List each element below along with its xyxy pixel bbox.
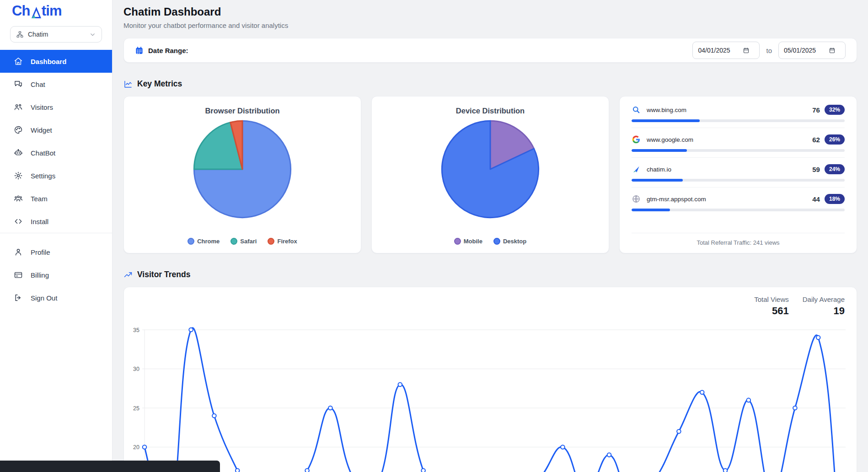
install-icon xyxy=(14,217,23,226)
referral-progress xyxy=(632,119,845,122)
sidebar-item-visitors[interactable]: Visitors xyxy=(0,96,112,118)
legend-swatch xyxy=(493,238,500,245)
legend-swatch xyxy=(188,238,194,245)
browser-pie-chart[interactable] xyxy=(191,118,294,220)
sidebar-item-chat[interactable]: Chat xyxy=(0,73,112,96)
logo-triangle-icon xyxy=(31,6,41,18)
settings-icon xyxy=(14,171,23,180)
legend-item-mobile[interactable]: Mobile xyxy=(454,238,482,245)
sidebar-item-label: Sign Out xyxy=(31,294,57,302)
end-date-input[interactable]: 05/01/2025 xyxy=(778,42,846,59)
date-range-label: Date Range: xyxy=(148,47,188,54)
referral-row: www.google.com6226% xyxy=(632,128,845,158)
trending-up-icon xyxy=(123,270,133,279)
referral-domain[interactable]: www.google.com xyxy=(647,136,693,143)
logo-text-post: tim xyxy=(42,3,62,19)
daily-average-value: 19 xyxy=(803,305,845,317)
sidebar-item-label: Widget xyxy=(31,126,52,134)
line-chart-icon xyxy=(123,80,133,89)
chatim-logo: Ch tim xyxy=(12,3,112,19)
bing-icon xyxy=(632,105,641,114)
referral-traffic-card: www.bing.com7632%www.google.com6226%chat… xyxy=(619,96,857,253)
visitor-trends-chart[interactable]: 35302520 xyxy=(124,287,857,472)
chatim-icon xyxy=(632,165,641,174)
home-icon xyxy=(14,57,23,66)
legend-item-desktop[interactable]: Desktop xyxy=(493,238,526,245)
sidebar-item-settings[interactable]: Settings xyxy=(0,164,112,187)
svg-text:35: 35 xyxy=(133,327,139,333)
widget-icon xyxy=(14,125,23,134)
globe-icon xyxy=(632,194,641,204)
sidebar-item-label: Profile xyxy=(31,248,50,256)
sidebar-item-label: Chat xyxy=(31,80,45,88)
referral-total: Total Referral Traffic: 241 views xyxy=(632,233,845,253)
visitor-trends-title: Visitor Trends xyxy=(137,270,190,279)
sidebar-item-team[interactable]: Team xyxy=(0,187,112,210)
referral-percent-badge: 24% xyxy=(825,164,845,174)
sidebar-item-sign-out[interactable]: Sign Out xyxy=(0,286,112,309)
referral-rows: www.bing.com7632%www.google.com6226%chat… xyxy=(632,98,845,217)
sidebar-item-label: ChatBot xyxy=(31,149,55,157)
referral-count: 62 xyxy=(812,136,820,144)
legend-item-safari[interactable]: Safari xyxy=(230,238,257,245)
device-pie-chart[interactable] xyxy=(439,118,541,220)
referral-row: chatim.io5924% xyxy=(632,158,845,188)
referral-domain[interactable]: www.bing.com xyxy=(647,107,686,113)
referral-domain[interactable]: gtm-msr.appspot.com xyxy=(647,196,706,203)
page-subtitle: Monitor your chatbot performance and vis… xyxy=(123,21,857,29)
browser-distribution-card: Browser Distribution ChromeSafariFirefox xyxy=(123,96,361,253)
referral-percent-badge: 26% xyxy=(825,134,845,145)
referral-row: www.bing.com7632% xyxy=(632,98,845,128)
sidebar-item-label: Install xyxy=(31,218,48,225)
visitor-trends-card: Total Views 561 Daily Average 19 3530252… xyxy=(123,287,857,472)
main-content: Chatim Dashboard Monitor your chatbot pe… xyxy=(113,5,868,472)
sidebar-item-label: Billing xyxy=(31,271,49,279)
sidebar-item-chatbot[interactable]: ChatBot xyxy=(0,141,112,164)
svg-text:25: 25 xyxy=(133,405,139,412)
legend-label: Desktop xyxy=(503,238,526,245)
billing-icon xyxy=(14,270,23,279)
device-pie-title: Device Distribution xyxy=(456,107,525,115)
legend-label: Safari xyxy=(240,238,257,245)
referral-progress xyxy=(632,149,845,152)
key-metrics-title: Key Metrics xyxy=(137,79,182,89)
team-icon xyxy=(14,194,23,203)
visitor-trends-header: Visitor Trends xyxy=(123,270,857,279)
sidebar-item-dashboard[interactable]: Dashboard xyxy=(0,50,112,73)
date-range-bar: Date Range: 04/01/2025 to 05/01/2025 xyxy=(123,38,857,63)
sidebar-item-widget[interactable]: Widget xyxy=(0,118,112,141)
sidebar: Ch tim Chatim DashboardChatVisitorsWidge… xyxy=(0,0,113,472)
referral-progress xyxy=(632,209,845,211)
signout-icon xyxy=(14,293,23,302)
workspace-switcher[interactable]: Chatim xyxy=(10,26,102,43)
chevron-down-icon xyxy=(89,31,96,38)
sidebar-item-label: Team xyxy=(31,195,48,203)
end-date-value: 05/01/2025 xyxy=(784,47,816,54)
device-pie-legend: MobileDesktop xyxy=(454,238,526,245)
sidebar-item-billing[interactable]: Billing xyxy=(0,263,112,286)
legend-item-chrome[interactable]: Chrome xyxy=(188,238,220,245)
sidebar-item-label: Settings xyxy=(31,172,55,180)
trend-stats: Total Views 561 Daily Average 19 xyxy=(754,295,845,317)
status-tooltip xyxy=(0,461,220,472)
legend-swatch xyxy=(230,238,237,245)
visitors-icon xyxy=(14,102,23,112)
workspace-label: Chatim xyxy=(28,31,48,38)
sidebar-footer-nav: ProfileBillingSign Out xyxy=(0,241,112,309)
sidebar-item-install[interactable]: Install xyxy=(0,210,112,233)
legend-label: Mobile xyxy=(464,238,482,245)
legend-item-firefox[interactable]: Firefox xyxy=(268,238,297,245)
sitemap-icon xyxy=(16,31,24,38)
referral-row: gtm-msr.appspot.com4418% xyxy=(632,188,845,217)
start-date-value: 04/01/2025 xyxy=(698,47,730,54)
date-separator: to xyxy=(766,47,772,54)
start-date-input[interactable]: 04/01/2025 xyxy=(692,42,760,59)
sidebar-item-label: Visitors xyxy=(31,103,53,111)
logo-text-pre: Ch xyxy=(12,3,30,19)
svg-text:30: 30 xyxy=(133,366,139,372)
calendar-glyph-icon xyxy=(743,47,750,54)
calendar-icon xyxy=(135,46,144,55)
referral-percent-badge: 32% xyxy=(825,105,845,115)
referral-domain[interactable]: chatim.io xyxy=(647,166,671,173)
sidebar-item-profile[interactable]: Profile xyxy=(0,241,112,263)
